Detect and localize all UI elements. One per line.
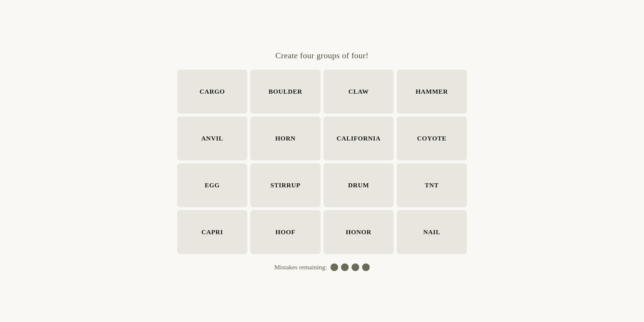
tile-label-capri: CAPRI (201, 228, 223, 236)
tile-label-hoof: HOOF (275, 228, 295, 236)
mistakes-dots (330, 263, 370, 271)
tile-label-hammer: HAMMER (416, 88, 448, 95)
tile-label-coyote: COYOTE (417, 135, 447, 142)
tile-label-stirrup: STIRRUP (270, 181, 301, 189)
tile-label-california: CALIFORNIA (337, 135, 381, 142)
tile-tnt[interactable]: TNT (397, 163, 467, 207)
game-container: Create four groups of four! CARGOBOULDER… (161, 51, 483, 271)
tile-stirrup[interactable]: STIRRUP (250, 163, 321, 207)
tile-label-drum: DRUM (348, 181, 369, 189)
tile-horn[interactable]: HORN (250, 117, 321, 160)
tile-hoof[interactable]: HOOF (250, 210, 321, 254)
tile-label-boulder: BOULDER (269, 88, 302, 95)
word-grid: CARGOBOULDERCLAWHAMMERANVILHORNCALIFORNI… (177, 70, 467, 254)
mistake-dot-3 (352, 263, 359, 271)
tile-nail[interactable]: NAIL (397, 210, 467, 254)
tile-egg[interactable]: EGG (177, 163, 247, 207)
tile-label-nail: NAIL (423, 228, 441, 236)
tile-anvil[interactable]: ANVIL (177, 117, 247, 160)
tile-capri[interactable]: CAPRI (177, 210, 247, 254)
tile-california[interactable]: CALIFORNIA (323, 117, 394, 160)
tile-cargo[interactable]: CARGO (177, 70, 247, 114)
mistake-dot-1 (330, 263, 338, 271)
tile-coyote[interactable]: COYOTE (397, 117, 467, 160)
tile-claw[interactable]: CLAW (323, 70, 394, 114)
tile-label-horn: HORN (275, 135, 296, 142)
tile-label-tnt: TNT (425, 181, 439, 189)
tile-label-claw: CLAW (348, 88, 369, 95)
tile-label-cargo: CARGO (200, 88, 225, 95)
mistakes-label: Mistakes remaining: (274, 263, 327, 271)
mistakes-area: Mistakes remaining: (274, 263, 370, 271)
instructions-text: Create four groups of four! (275, 51, 369, 60)
tile-boulder[interactable]: BOULDER (250, 70, 321, 114)
tile-hammer[interactable]: HAMMER (397, 70, 467, 114)
mistake-dot-4 (362, 263, 370, 271)
tile-honor[interactable]: HONOR (323, 210, 394, 254)
tile-drum[interactable]: DRUM (323, 163, 394, 207)
mistake-dot-2 (341, 263, 349, 271)
tile-label-egg: EGG (205, 181, 220, 189)
tile-label-honor: HONOR (346, 228, 371, 236)
tile-label-anvil: ANVIL (201, 135, 223, 142)
